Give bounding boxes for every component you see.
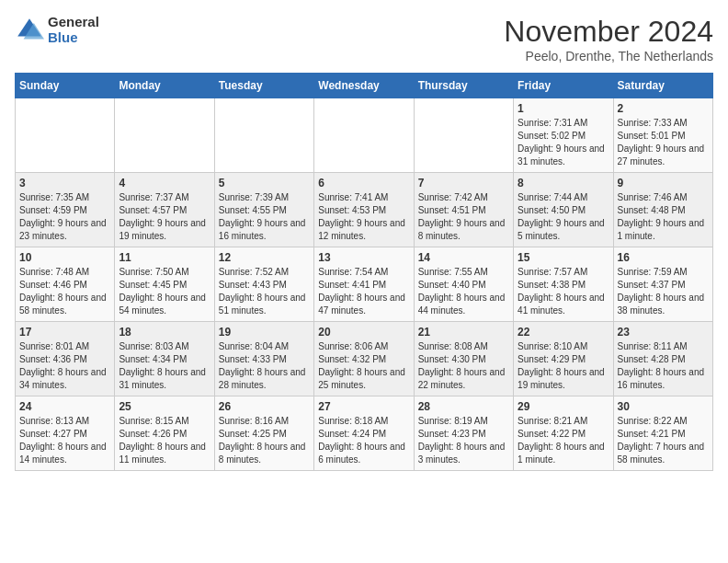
day-number: 7 — [418, 177, 509, 190]
logo-general-text: General — [48, 15, 99, 30]
day-number: 21 — [418, 326, 509, 339]
day-number: 26 — [219, 400, 310, 413]
weekday-header-row: SundayMondayTuesdayWednesdayThursdayFrid… — [16, 74, 713, 98]
day-number: 23 — [618, 326, 709, 339]
calendar-cell: 10Sunrise: 7:48 AMSunset: 4:46 PMDayligh… — [16, 247, 115, 322]
day-info: Sunrise: 8:06 AMSunset: 4:32 PMDaylight:… — [318, 340, 409, 392]
day-number: 11 — [119, 251, 210, 264]
logo: General Blue — [15, 15, 99, 45]
day-number: 2 — [618, 102, 709, 115]
day-info: Sunrise: 8:04 AMSunset: 4:33 PMDaylight:… — [219, 340, 310, 392]
calendar-week-row: 1Sunrise: 7:31 AMSunset: 5:02 PMDaylight… — [16, 98, 713, 173]
calendar-cell: 3Sunrise: 7:35 AMSunset: 4:59 PMDaylight… — [16, 173, 115, 247]
calendar-cell: 24Sunrise: 8:13 AMSunset: 4:27 PMDayligh… — [16, 396, 115, 471]
day-info: Sunrise: 7:46 AMSunset: 4:48 PMDaylight:… — [618, 191, 709, 243]
day-number: 8 — [518, 177, 609, 190]
weekday-header-cell: Monday — [115, 74, 214, 98]
day-info: Sunrise: 7:37 AMSunset: 4:57 PMDaylight:… — [119, 191, 210, 243]
day-info: Sunrise: 7:50 AMSunset: 4:45 PMDaylight:… — [119, 266, 210, 317]
day-info: Sunrise: 8:11 AMSunset: 4:28 PMDaylight:… — [618, 340, 709, 392]
day-info: Sunrise: 7:33 AMSunset: 5:01 PMDaylight:… — [618, 117, 709, 168]
calendar-cell: 23Sunrise: 8:11 AMSunset: 4:28 PMDayligh… — [613, 322, 712, 396]
day-info: Sunrise: 8:01 AMSunset: 4:36 PMDaylight:… — [19, 340, 110, 392]
calendar-cell: 9Sunrise: 7:46 AMSunset: 4:48 PMDaylight… — [613, 173, 712, 247]
calendar-table: SundayMondayTuesdayWednesdayThursdayFrid… — [15, 73, 713, 471]
day-info: Sunrise: 7:35 AMSunset: 4:59 PMDaylight:… — [19, 191, 110, 243]
calendar-cell: 26Sunrise: 8:16 AMSunset: 4:25 PMDayligh… — [214, 396, 313, 471]
month-title: November 2024 — [504, 15, 713, 49]
calendar-cell — [16, 98, 115, 173]
day-number: 24 — [19, 400, 110, 413]
day-info: Sunrise: 7:55 AMSunset: 4:40 PMDaylight:… — [418, 266, 509, 317]
day-number: 5 — [219, 177, 310, 190]
day-number: 4 — [119, 177, 210, 190]
day-number: 30 — [618, 400, 709, 413]
calendar-cell: 12Sunrise: 7:52 AMSunset: 4:43 PMDayligh… — [214, 247, 313, 322]
weekday-header-cell: Thursday — [414, 74, 513, 98]
day-info: Sunrise: 7:44 AMSunset: 4:50 PMDaylight:… — [518, 191, 609, 243]
day-info: Sunrise: 8:13 AMSunset: 4:27 PMDaylight:… — [19, 415, 110, 466]
calendar-cell: 27Sunrise: 8:18 AMSunset: 4:24 PMDayligh… — [314, 396, 414, 471]
day-info: Sunrise: 8:10 AMSunset: 4:29 PMDaylight:… — [518, 340, 609, 392]
day-info: Sunrise: 8:15 AMSunset: 4:26 PMDaylight:… — [119, 415, 210, 466]
calendar-week-row: 10Sunrise: 7:48 AMSunset: 4:46 PMDayligh… — [16, 247, 713, 322]
calendar-cell: 15Sunrise: 7:57 AMSunset: 4:38 PMDayligh… — [514, 247, 613, 322]
calendar-cell — [115, 98, 214, 173]
day-info: Sunrise: 7:42 AMSunset: 4:51 PMDaylight:… — [418, 191, 509, 243]
day-info: Sunrise: 8:19 AMSunset: 4:23 PMDaylight:… — [418, 415, 509, 466]
calendar-cell: 6Sunrise: 7:41 AMSunset: 4:53 PMDaylight… — [314, 173, 414, 247]
day-number: 3 — [19, 177, 110, 190]
calendar-cell — [314, 98, 414, 173]
day-number: 9 — [618, 177, 709, 190]
calendar-cell: 7Sunrise: 7:42 AMSunset: 4:51 PMDaylight… — [414, 173, 513, 247]
day-number: 1 — [518, 102, 609, 115]
day-number: 22 — [518, 326, 609, 339]
day-number: 28 — [418, 400, 509, 413]
day-info: Sunrise: 7:57 AMSunset: 4:38 PMDaylight:… — [518, 266, 609, 317]
calendar-cell: 14Sunrise: 7:55 AMSunset: 4:40 PMDayligh… — [414, 247, 513, 322]
calendar-cell: 20Sunrise: 8:06 AMSunset: 4:32 PMDayligh… — [314, 322, 414, 396]
day-number: 13 — [318, 251, 409, 264]
day-info: Sunrise: 8:16 AMSunset: 4:25 PMDaylight:… — [219, 415, 310, 466]
calendar-week-row: 3Sunrise: 7:35 AMSunset: 4:59 PMDaylight… — [16, 173, 713, 247]
calendar-cell: 16Sunrise: 7:59 AMSunset: 4:37 PMDayligh… — [613, 247, 712, 322]
day-info: Sunrise: 8:22 AMSunset: 4:21 PMDaylight:… — [618, 415, 709, 466]
weekday-header-cell: Tuesday — [214, 74, 313, 98]
day-info: Sunrise: 7:59 AMSunset: 4:37 PMDaylight:… — [618, 266, 709, 317]
day-number: 27 — [318, 400, 409, 413]
logo-icon — [15, 16, 44, 45]
calendar-cell — [214, 98, 313, 173]
weekday-header-cell: Saturday — [613, 74, 712, 98]
day-number: 15 — [518, 251, 609, 264]
weekday-header-cell: Friday — [514, 74, 613, 98]
calendar-cell: 13Sunrise: 7:54 AMSunset: 4:41 PMDayligh… — [314, 247, 414, 322]
calendar-cell: 2Sunrise: 7:33 AMSunset: 5:01 PMDaylight… — [613, 98, 712, 173]
calendar-cell: 28Sunrise: 8:19 AMSunset: 4:23 PMDayligh… — [414, 396, 513, 471]
day-number: 25 — [119, 400, 210, 413]
day-info: Sunrise: 8:18 AMSunset: 4:24 PMDaylight:… — [318, 415, 409, 466]
calendar-cell: 29Sunrise: 8:21 AMSunset: 4:22 PMDayligh… — [514, 396, 613, 471]
day-number: 19 — [219, 326, 310, 339]
day-info: Sunrise: 7:48 AMSunset: 4:46 PMDaylight:… — [19, 266, 110, 317]
calendar-cell: 21Sunrise: 8:08 AMSunset: 4:30 PMDayligh… — [414, 322, 513, 396]
calendar-cell: 30Sunrise: 8:22 AMSunset: 4:21 PMDayligh… — [613, 396, 712, 471]
day-number: 6 — [318, 177, 409, 190]
title-area: November 2024 Peelo, Drenthe, The Nether… — [504, 15, 713, 63]
day-number: 29 — [518, 400, 609, 413]
weekday-header-cell: Sunday — [16, 74, 115, 98]
day-number: 16 — [618, 251, 709, 264]
calendar-cell: 25Sunrise: 8:15 AMSunset: 4:26 PMDayligh… — [115, 396, 214, 471]
day-info: Sunrise: 8:03 AMSunset: 4:34 PMDaylight:… — [119, 340, 210, 392]
day-number: 12 — [219, 251, 310, 264]
calendar-cell: 4Sunrise: 7:37 AMSunset: 4:57 PMDaylight… — [115, 173, 214, 247]
day-number: 20 — [318, 326, 409, 339]
location-subtitle: Peelo, Drenthe, The Netherlands — [504, 49, 713, 63]
day-info: Sunrise: 8:21 AMSunset: 4:22 PMDaylight:… — [518, 415, 609, 466]
logo-blue-text: Blue — [48, 30, 99, 46]
calendar-cell: 8Sunrise: 7:44 AMSunset: 4:50 PMDaylight… — [514, 173, 613, 247]
calendar-cell: 5Sunrise: 7:39 AMSunset: 4:55 PMDaylight… — [214, 173, 313, 247]
calendar-cell — [414, 98, 513, 173]
header: General Blue November 2024 Peelo, Drenth… — [15, 15, 713, 63]
calendar-body: 1Sunrise: 7:31 AMSunset: 5:02 PMDaylight… — [16, 98, 713, 471]
day-info: Sunrise: 7:41 AMSunset: 4:53 PMDaylight:… — [318, 191, 409, 243]
